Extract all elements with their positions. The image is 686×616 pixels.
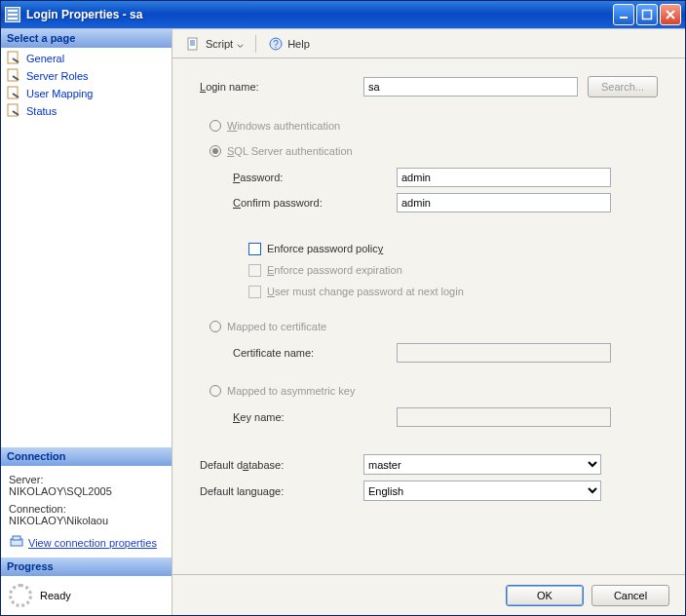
radio-mapped-cert: Mapped to certificate [200,318,671,335]
nav-label: Status [26,105,57,117]
page-icon [7,51,22,66]
default-language-select[interactable]: English [363,481,601,501]
ok-button[interactable]: OK [506,585,584,606]
cert-name-label: Certificate name: [233,347,397,359]
connection-label: Connection: [9,503,164,515]
confirm-password-input[interactable] [397,193,611,212]
help-icon: ? [268,36,284,52]
page-icon [7,103,22,119]
connection-section: Server: NIKOLAOY\SQL2005 Connection: NIK… [1,466,172,558]
svg-text:?: ? [273,39,279,50]
nav-item-general[interactable]: General [1,50,172,67]
window-controls [613,4,681,25]
radio-icon [210,145,221,157]
page-icon [7,68,22,84]
connection-value: NIKOLAOY\Nikolaou [9,515,164,526]
checkbox-icon [248,286,261,298]
key-name-label: Key name: [233,411,397,423]
script-label: Script [206,38,233,50]
svg-rect-7 [13,536,20,540]
right-panel: Script ? Help Login name: Search... [172,29,685,615]
default-lang-label: Default language: [200,485,363,497]
nav-item-status[interactable]: Status [1,102,172,120]
maximize-button[interactable] [636,4,658,25]
titlebar: Login Properties - sa [1,1,685,28]
app-icon [5,7,20,22]
nav-item-server-roles[interactable]: Server Roles [1,67,172,85]
radio-icon [210,120,221,132]
mapped-asym-label: Mapped to asymmetric key [227,385,355,397]
window: Login Properties - sa Select a page Gene… [0,0,686,616]
mapped-cert-label: Mapped to certificate [227,321,326,332]
svg-rect-0 [620,17,628,19]
window-title: Login Properties - sa [26,8,613,21]
search-button[interactable]: Search... [588,76,658,97]
sql-auth-label: SQL Server authentication [227,145,353,157]
svg-rect-8 [188,38,197,50]
view-connection-row: View connection properties [9,534,164,552]
close-button[interactable] [660,4,681,25]
password-input[interactable] [397,168,611,187]
enforce-policy-row[interactable]: Enforce password policy [200,240,671,257]
must-change-label: User must change password at next login [267,286,464,297]
nav-label: General [26,53,64,64]
svg-rect-1 [643,11,652,19]
view-connection-link[interactable]: View connection properties [28,537,157,549]
default-database-select[interactable]: master [363,454,601,475]
minimize-button[interactable] [613,4,634,25]
progress-spinner-icon [9,584,32,607]
server-label: Server: [9,474,164,485]
help-label: Help [287,38,310,50]
default-db-label: Default database: [200,459,363,471]
body: Select a page General Server Roles User … [1,28,685,615]
enforce-expiration-label: Enforce password expiration [267,264,402,276]
progress-status: Ready [40,590,71,601]
key-name-input [397,407,611,427]
radio-mapped-asym: Mapped to asymmetric key [200,382,671,400]
script-button[interactable]: Script [182,34,248,54]
connection-header: Connection [1,447,172,466]
nav-list: General Server Roles User Mapping Status [1,48,172,122]
radio-windows-auth: Windows authentication [200,117,671,135]
chevron-down-icon [237,40,244,47]
cancel-button[interactable]: Cancel [591,585,669,606]
connection-icon [9,534,24,552]
progress-header: Progress [1,558,172,576]
login-name-input[interactable] [363,77,578,96]
radio-sql-auth: SQL Server authentication [200,142,671,160]
toolbar-separator [255,35,256,53]
left-panel: Select a page General Server Roles User … [1,29,172,615]
dialog-footer: OK Cancel [172,574,685,615]
login-name-label: Login name: [200,81,363,93]
password-label: Password: [233,172,397,183]
server-value: NIKOLAOY\SQL2005 [9,485,164,497]
nav-label: Server Roles [26,70,89,82]
main-form: Login name: Search... Windows authentica… [172,58,685,574]
enforce-expiration-row: Enforce password expiration [200,261,671,279]
enforce-policy-label: Enforce password policy [267,243,383,254]
script-icon [186,36,202,52]
checkbox-icon [248,243,261,255]
nav-label: User Mapping [26,88,93,99]
must-change-row: User must change password at next login [200,283,671,300]
radio-icon [210,385,221,397]
toolbar: Script ? Help [172,29,685,58]
select-page-header: Select a page [1,29,172,48]
nav-item-user-mapping[interactable]: User Mapping [1,85,172,102]
radio-icon [210,321,221,332]
windows-auth-label: Windows authentication [227,120,340,132]
progress-section: Ready [1,576,172,615]
help-button[interactable]: ? Help [264,34,314,54]
checkbox-icon [248,264,261,277]
confirm-password-label: Confirm password: [233,197,397,209]
cert-name-input [397,343,611,363]
page-icon [7,86,22,101]
